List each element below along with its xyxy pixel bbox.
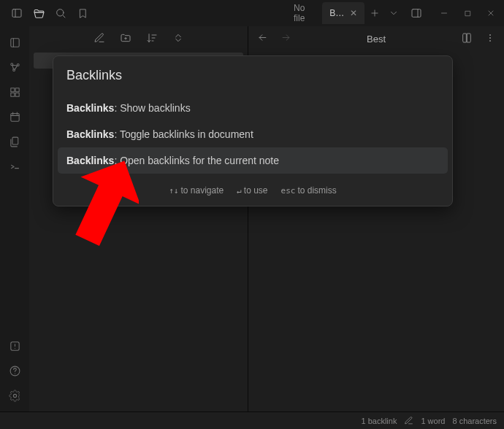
pencil-icon[interactable] [404, 416, 413, 425]
tab-active[interactable]: B… ✕ [322, 2, 364, 24]
hint-nav: to navigate [180, 185, 224, 196]
result-rest: : Toggle backlinks in document [114, 128, 253, 140]
tab-inactive[interactable]: No file [286, 2, 321, 24]
title-bar: No file B… ✕ [0, 0, 504, 26]
status-chars[interactable]: 8 characters [452, 417, 497, 425]
help-icon[interactable] [3, 359, 26, 382]
new-folder-icon[interactable] [118, 32, 134, 46]
hint-key-nav: ↑↓ [169, 186, 178, 196]
canvas-icon[interactable] [3, 80, 26, 104]
nav-back-icon[interactable] [254, 32, 270, 45]
collapse-icon[interactable] [170, 32, 186, 46]
svg-point-19 [489, 40, 491, 42]
calendar-icon[interactable] [3, 105, 26, 128]
status-words[interactable]: 1 word [421, 417, 445, 425]
title-bar-left [6, 3, 93, 23]
svg-rect-9 [15, 88, 19, 91]
hint-key-dismiss: esc [281, 186, 296, 196]
result-prefix: Backlinks [66, 128, 114, 140]
window-controls [433, 3, 502, 23]
svg-rect-2 [412, 9, 421, 18]
files-icon[interactable] [3, 130, 26, 153]
svg-rect-10 [10, 93, 14, 96]
command-result[interactable]: Backlinks: Show backlinks [58, 95, 448, 121]
right-pane-header: Best [248, 26, 504, 51]
bookmark-icon[interactable] [72, 3, 93, 23]
command-hints: ↑↓to navigate ↵to use escto dismiss [53, 178, 452, 206]
svg-point-18 [489, 37, 491, 39]
command-result[interactable]: Backlinks: Toggle backlinks in document [58, 121, 448, 147]
nav-forward-icon[interactable] [278, 32, 294, 45]
settings-icon[interactable] [3, 384, 26, 407]
svg-rect-13 [12, 137, 18, 144]
sort-icon[interactable] [144, 32, 160, 46]
maximize-button[interactable] [457, 3, 478, 23]
result-rest: : Show backlinks [114, 102, 190, 114]
new-note-icon[interactable] [91, 32, 107, 46]
svg-point-17 [489, 34, 491, 36]
result-rest: : Open backlinks for the current note [114, 155, 279, 166]
tab-label: B… [329, 8, 344, 18]
folder-open-icon[interactable] [28, 3, 50, 23]
activity-bar [0, 26, 29, 411]
graph-icon[interactable] [3, 55, 26, 79]
command-icon[interactable] [3, 155, 26, 178]
vault-icon[interactable] [3, 334, 26, 358]
svg-rect-8 [10, 88, 14, 91]
search-icon[interactable] [50, 3, 72, 23]
title-bar-right [405, 3, 502, 23]
minimize-button[interactable] [433, 3, 455, 23]
status-backlinks[interactable]: 1 backlink [362, 417, 397, 425]
more-icon[interactable] [482, 32, 498, 46]
reading-mode-icon[interactable] [459, 32, 475, 46]
pane-title[interactable]: Best [367, 34, 386, 45]
left-pane-header [29, 26, 248, 51]
hint-key-use: ↵ [237, 186, 242, 196]
svg-rect-3 [465, 11, 470, 15]
hint-dismiss: to dismiss [297, 185, 336, 196]
status-bar: 1 backlink 1 word 8 characters [0, 411, 504, 429]
svg-rect-11 [15, 93, 19, 96]
svg-point-1 [57, 9, 64, 16]
sidebar-toggle-left-icon[interactable] [6, 3, 28, 23]
svg-rect-4 [10, 38, 18, 46]
command-results: Backlinks: Show backlinks Backlinks: Tog… [53, 90, 452, 178]
quick-switcher-icon[interactable] [3, 31, 26, 54]
result-prefix: Backlinks [66, 155, 114, 166]
tab-bar: No file B… ✕ [286, 0, 402, 26]
new-tab-icon[interactable] [366, 3, 383, 23]
close-button[interactable] [480, 3, 502, 23]
command-result-selected[interactable]: Backlinks: Open backlinks for the curren… [58, 147, 448, 174]
close-icon[interactable]: ✕ [350, 8, 357, 18]
hint-use: to use [244, 185, 268, 196]
svg-point-16 [13, 394, 16, 397]
tab-label: No file [294, 3, 313, 23]
tab-dropdown-icon[interactable] [385, 3, 402, 23]
sidebar-toggle-right-icon[interactable] [405, 3, 427, 23]
result-prefix: Backlinks [66, 102, 114, 114]
svg-rect-0 [12, 9, 21, 18]
command-palette-input[interactable] [66, 68, 439, 83]
command-palette: Backlinks: Show backlinks Backlinks: Tog… [53, 55, 453, 206]
activity-bar-bottom [3, 334, 26, 411]
svg-rect-12 [10, 113, 18, 121]
